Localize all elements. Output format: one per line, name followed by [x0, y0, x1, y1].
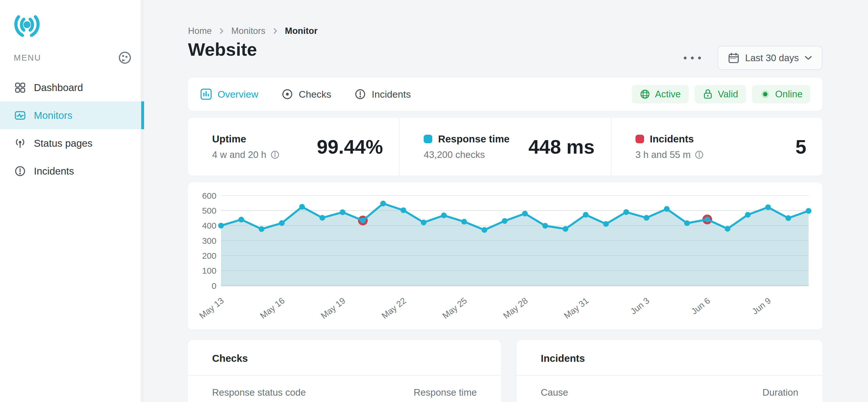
globe-icon	[640, 89, 650, 100]
monitor-tabbar: Overview Checks Incidents	[188, 78, 823, 111]
breadcrumb-home[interactable]: Home	[188, 26, 212, 36]
svg-text:Jun 9: Jun 9	[750, 296, 772, 316]
column-header-response-time: Response time	[414, 387, 477, 398]
sidebar-menu-header: MENU	[14, 51, 131, 64]
breadcrumb-monitors[interactable]: Monitors	[231, 26, 266, 36]
sidebar-item-dashboard[interactable]: Dashboard	[0, 73, 144, 101]
breadcrumb: Home Monitors Monitor	[188, 26, 317, 36]
date-range-label: Last 30 days	[745, 53, 799, 63]
response-time-chart-svg: 0100200300400500600May 13May 16May 19May…	[188, 183, 823, 330]
svg-text:Jun 3: Jun 3	[629, 296, 651, 316]
dot-icon	[698, 57, 701, 59]
sidebar-item-label: Dashboard	[34, 82, 83, 93]
column-header-response-status-code: Response status code	[212, 387, 306, 398]
svg-text:May 28: May 28	[501, 296, 530, 321]
stat-incidents: Incidents 3 h and 55 m 5	[611, 118, 823, 176]
incidents-card-title: Incidents	[517, 340, 823, 376]
stat-subtext: 4 w and 20 h	[212, 149, 267, 160]
badge-label: Active	[655, 89, 681, 100]
response-time-chart[interactable]: 0100200300400500600May 13May 16May 19May…	[188, 183, 823, 330]
badge-active[interactable]: Active	[632, 85, 689, 103]
uptime-value: 99.44%	[317, 135, 383, 158]
page-title: Website	[188, 39, 257, 60]
sidebar: MENU Dashboard	[0, 0, 144, 402]
sidebar-item-status-pages[interactable]: Status pages	[0, 129, 144, 157]
svg-text:May 31: May 31	[562, 296, 590, 321]
stat-response-time: Response time 43,200 checks 448 ms	[399, 118, 611, 176]
svg-text:Jun 6: Jun 6	[689, 296, 712, 316]
chevron-right-icon	[273, 28, 278, 34]
response-time-value: 448 ms	[528, 135, 595, 158]
more-options-button[interactable]	[682, 52, 703, 65]
tab-incidents[interactable]: Incidents	[354, 88, 411, 100]
svg-text:0: 0	[212, 281, 216, 290]
breadcrumb-current: Monitor	[285, 26, 318, 36]
calendar-icon	[728, 52, 739, 64]
stat-uptime: Uptime 4 w and 20 h 99.44%	[188, 118, 399, 176]
tab-checks[interactable]: Checks	[281, 88, 331, 100]
stat-label: Uptime	[212, 133, 246, 145]
checks-card: Checks Response status code Response tim…	[188, 340, 501, 402]
dashboard-grid-icon	[14, 82, 26, 93]
response-time-swatch	[424, 135, 432, 143]
badge-valid[interactable]: Valid	[694, 85, 746, 103]
svg-text:200: 200	[202, 251, 216, 260]
svg-text:May 19: May 19	[319, 296, 347, 321]
svg-text:May 16: May 16	[258, 296, 286, 321]
info-icon[interactable]	[270, 150, 280, 159]
main-area: Home Monitors Monitor Website	[144, 0, 868, 402]
badge-online[interactable]: Online	[752, 85, 810, 103]
alert-circle-icon	[14, 165, 26, 177]
dot-icon	[684, 57, 687, 59]
svg-text:400: 400	[202, 221, 216, 230]
info-icon[interactable]	[694, 150, 704, 159]
header-toolbar: Last 30 days	[682, 46, 823, 70]
sidebar-item-incidents[interactable]: Incidents	[0, 157, 144, 185]
user-icon[interactable]	[118, 51, 131, 64]
online-dot-icon	[760, 89, 771, 100]
bottom-cards-row: Checks Response status code Response tim…	[188, 340, 823, 402]
sidebar-item-monitors[interactable]: Monitors	[0, 101, 144, 129]
incidents-swatch	[636, 135, 644, 143]
column-header-duration: Duration	[763, 387, 798, 398]
stat-subtext: 3 h and 55 m	[636, 149, 691, 160]
sidebar-item-label: Monitors	[34, 110, 72, 121]
incidents-card: Incidents Cause Duration	[517, 340, 823, 402]
bar-chart-icon	[200, 88, 212, 100]
stats-card: Uptime 4 w and 20 h 99.44%	[188, 118, 823, 176]
monitors-pulse-icon	[14, 110, 26, 121]
broadcast-icon	[14, 137, 26, 149]
tab-label: Incidents	[372, 89, 411, 100]
alert-circle-icon	[354, 88, 366, 100]
column-header-cause: Cause	[541, 387, 568, 398]
tab-label: Checks	[299, 89, 331, 100]
svg-text:600: 600	[202, 191, 216, 200]
app-logo-icon[interactable]	[13, 10, 41, 38]
chevron-right-icon	[219, 28, 224, 34]
target-dot-icon	[281, 88, 293, 100]
svg-text:May 22: May 22	[380, 296, 408, 321]
sidebar-item-label: Incidents	[34, 165, 74, 177]
menu-label: MENU	[14, 53, 41, 63]
incidents-value: 5	[795, 135, 806, 158]
sidebar-item-label: Status pages	[34, 137, 92, 149]
svg-text:May 13: May 13	[197, 296, 226, 321]
svg-text:100: 100	[202, 266, 216, 275]
checks-card-title: Checks	[188, 340, 501, 376]
tab-label: Overview	[218, 89, 258, 100]
svg-text:500: 500	[202, 206, 216, 215]
svg-text:May 25: May 25	[441, 296, 469, 321]
stat-label: Incidents	[650, 133, 694, 145]
lock-icon	[702, 89, 713, 100]
svg-text:300: 300	[202, 236, 216, 246]
dot-icon	[691, 57, 694, 59]
sidebar-nav: Dashboard Monitors Status pages	[0, 73, 144, 185]
stat-label: Response time	[438, 133, 509, 145]
chevron-down-icon	[805, 55, 812, 60]
date-range-button[interactable]: Last 30 days	[718, 46, 823, 70]
tab-overview[interactable]: Overview	[200, 88, 258, 100]
status-badges: Active Valid	[632, 85, 810, 103]
badge-label: Valid	[718, 89, 738, 100]
stat-subtext: 43,200 checks	[424, 149, 485, 160]
badge-label: Online	[775, 89, 803, 100]
